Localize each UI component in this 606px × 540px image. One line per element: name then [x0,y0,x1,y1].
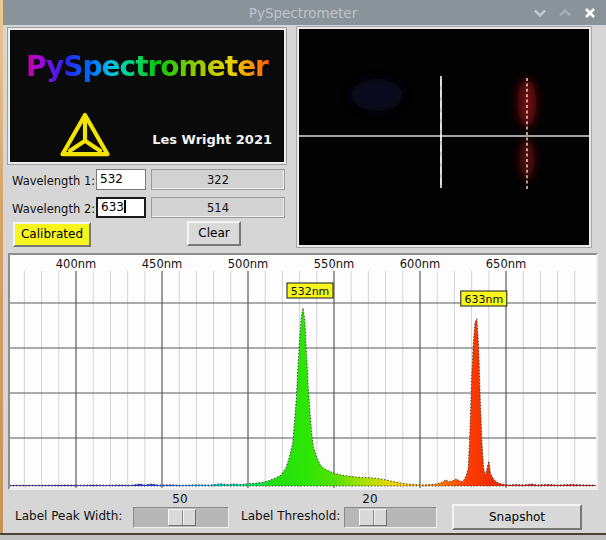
credit-text: Les Wright 2021 [152,132,272,147]
pyspectrometer-window: PySpectrometer PySpectrometer Les Wright… [0,0,606,540]
window-left-border [0,0,3,534]
peak-width-label: Label Peak Width: [15,509,122,523]
titlebar: PySpectrometer [0,0,606,25]
spectrum-graph: 400nm450nm500nm550nm600nm650nm532nm633nm [8,253,598,490]
svg-text:633nm: 633nm [464,293,503,306]
threshold-slider-handle[interactable] [359,509,387,526]
app-logo-text: PySpectrometer [10,50,284,83]
close-icon[interactable] [582,5,598,21]
calibrated-button[interactable]: Calibrated [13,222,91,247]
svg-text:400nm: 400nm [56,257,96,271]
chevron-up-icon[interactable] [557,5,573,21]
faint-blue-blob [351,79,403,111]
chevron-down-icon[interactable] [532,5,548,21]
threshold-slider[interactable] [344,507,437,528]
peak-width-value: 50 [160,492,200,506]
wavelength1-pixel-readout: 322 [151,169,285,190]
wavelength2-pixel-readout: 514 [151,197,285,218]
prism-triangle-icon [60,112,110,158]
logo-panel: PySpectrometer Les Wright 2021 [8,28,286,164]
snapshot-button[interactable]: Snapshot [452,504,582,530]
peak-width-slider[interactable] [133,507,229,528]
wavelength2-label: Wavelength 2: [12,202,95,216]
svg-text:500nm: 500nm [228,257,268,271]
svg-text:650nm: 650nm [486,257,526,271]
wavelength2-input[interactable]: 633 [96,197,146,218]
wavelength1-input[interactable]: 532 [96,169,146,190]
wavelength1-label: Wavelength 1: [12,174,95,188]
svg-text:550nm: 550nm [314,257,354,271]
window-title: PySpectrometer [249,5,357,21]
clear-button[interactable]: Clear [187,221,241,246]
svg-text:532nm: 532nm [291,285,330,298]
text-cursor [124,200,126,213]
desktop-strip [0,535,606,540]
svg-text:600nm: 600nm [400,257,440,271]
camera-view [297,27,591,247]
threshold-label: Label Threshold: [241,509,340,523]
peak-width-slider-handle[interactable] [168,509,196,526]
threshold-value: 20 [350,492,390,506]
svg-text:450nm: 450nm [142,257,182,271]
